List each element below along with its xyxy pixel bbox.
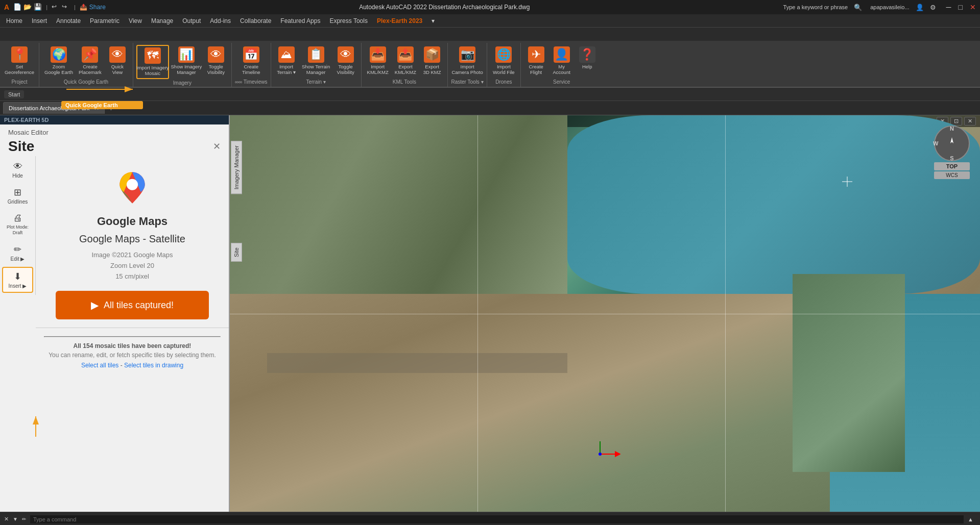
edit-tool-btn[interactable]: ✏ Edit ▶ [2, 241, 33, 265]
menu-bar: Home Insert Annotate Parametric View Man… [0, 14, 980, 28]
ribbon: 📍 SetGeoreference Project 🌍 ZoomGoogle E… [0, 28, 980, 88]
ribbon-group-project: 📍 SetGeoreference Project [0, 43, 39, 87]
search-icon[interactable]: 🔍 [854, 4, 862, 11]
menu-output[interactable]: Output [178, 16, 205, 26]
land-lower [230, 294, 830, 512]
select-in-drawing-link[interactable]: Select tiles in drawing [124, 362, 183, 369]
insert-tool-btn[interactable]: ⬇ Insert ▶ [2, 267, 33, 293]
command-pencil-icon[interactable]: ✏ [22, 516, 26, 522]
menu-insert[interactable]: Insert [28, 16, 51, 26]
imagery-manager-tab[interactable]: Imagery Manager [231, 141, 242, 194]
import-imagery-mosaic-btn[interactable]: 🗺 Import ImageryMosaic [136, 45, 169, 79]
select-all-link[interactable]: Select all tiles [81, 362, 118, 369]
menu-manage[interactable]: Manage [147, 16, 177, 26]
share-btn[interactable]: Share [89, 4, 106, 11]
raster-items: 📷 ImportCamera Photo [451, 43, 484, 78]
compass-top-btn[interactable]: TOP [934, 162, 970, 170]
hide-label: Hide [12, 173, 23, 179]
quick-view-label: QuickView [111, 64, 124, 76]
import-world-file-icon: 🌐 [495, 46, 512, 63]
create-timeline-btn[interactable]: 📅 CreateTimeline [239, 45, 264, 77]
insert-label: Insert ▶ [9, 283, 27, 289]
undo-btn[interactable]: ↩ [52, 3, 60, 11]
toggle-visibility-btn[interactable]: 👁 ToggleVisibility [204, 45, 228, 77]
pe5d-header: PLEX-EARTH 5D [0, 115, 229, 124]
command-input[interactable] [30, 515, 964, 523]
ribbon-group-kml: 📥 ImportKML/KMZ 📤 ExportKML/KMZ 📦 Export… [362, 43, 448, 87]
toggle-terrain-vis-btn[interactable]: 👁 ToggleVisibility [333, 45, 358, 77]
menu-express[interactable]: Express Tools [325, 16, 371, 26]
menu-extra[interactable]: ▾ [427, 16, 439, 26]
redo-btn[interactable]: ↪ [62, 3, 70, 11]
export-kml-btn[interactable]: 📤 ExportKML/KMZ [392, 45, 419, 77]
wcs-btn[interactable]: WCS [934, 171, 970, 179]
show-terrain-manager-btn[interactable]: 📋 Show TerrainManager [300, 45, 332, 77]
menu-plexearth[interactable]: Plex-Earth 2023 [373, 16, 426, 26]
import-world-file-btn[interactable]: 🌐 ImportWorld File [490, 45, 517, 77]
maps-subtitle: Google Maps - Satellite [79, 233, 185, 245]
start-label[interactable]: Start [4, 90, 24, 98]
toggle-terrain-vis-icon: 👁 [338, 46, 354, 63]
ribbon-group-quick-google-earth: 🌍 ZoomGoogle Earth 📌 CreatePlacemark 👁 Q… [39, 43, 133, 87]
command-arrow-icon[interactable]: ▼ [13, 516, 18, 522]
capture-btn[interactable]: ▶ All tiles captured! [56, 291, 209, 319]
create-flight-btn[interactable]: ✈ CreateFlight [524, 45, 548, 77]
svg-marker-6 [950, 143, 953, 149]
compass-s-label: S [950, 155, 953, 161]
compass: N S W TOP WCS [934, 126, 970, 197]
tab-close-btn[interactable]: ✕ [94, 105, 99, 112]
import-kml-btn[interactable]: 📥 ImportKML/KMZ [365, 45, 391, 77]
menu-annotate[interactable]: Annotate [52, 16, 85, 26]
site-tab[interactable]: Site [231, 243, 242, 262]
new-btn[interactable]: 📄 [13, 3, 21, 11]
zoom-ge-label: ZoomGoogle Earth [44, 64, 73, 76]
menu-view[interactable]: View [125, 16, 146, 26]
mosaic-close-btn[interactable]: ✕ [213, 141, 221, 152]
help-icon: ❓ [579, 46, 595, 63]
imagery-group-label: Imagery [173, 79, 192, 88]
set-georeference-btn[interactable]: 📍 SetGeoreference [3, 45, 36, 77]
compass-w-label: W [933, 140, 938, 146]
open-btn[interactable]: 📂 [23, 3, 32, 11]
app-title: Autodesk AutoCAD 2022 Dissertation Archa… [106, 4, 783, 11]
map-close-btn[interactable]: ✕ [964, 117, 976, 126]
my-account-btn[interactable]: 👤 MyAccount [549, 45, 574, 77]
add-tab-btn[interactable]: + [106, 103, 116, 114]
site-label: Site [233, 247, 240, 257]
hide-tool-btn[interactable]: 👁 Hide [2, 158, 33, 182]
ribbon-group-timeviews: 📅 CreateTimeline ∞∞ Timeviews [232, 43, 271, 87]
settings-icon[interactable]: ⚙ [930, 4, 936, 11]
main-tab[interactable]: Dissertation Archaeological Park* ✕ [3, 102, 105, 114]
link-separator: - [121, 362, 124, 369]
menu-parametric[interactable]: Parametric [86, 16, 124, 26]
import-camera-photo-btn[interactable]: 📷 ImportCamera Photo [451, 45, 484, 77]
import-terrain-btn[interactable]: ⛰ ImportTerrain ▾ [274, 45, 299, 77]
menu-home[interactable]: Home [2, 16, 27, 26]
show-terrain-manager-icon: 📋 [308, 46, 324, 63]
ribbon-content: 📍 SetGeoreference Project 🌍 ZoomGoogle E… [0, 41, 980, 87]
create-placemark-btn[interactable]: 📌 CreatePlacemark [76, 45, 104, 77]
menu-addins[interactable]: Add-ins [206, 16, 235, 26]
close-btn[interactable]: ✕ [970, 3, 976, 11]
left-toolbar: 👁 Hide ⊞ Gridlines 🖨 Plot Mode:Draft ✏ E… [0, 156, 36, 295]
menu-collaborate[interactable]: Collaborate [236, 16, 275, 26]
menu-featured[interactable]: Featured Apps [276, 16, 324, 26]
maximize-btn[interactable]: □ [959, 3, 963, 11]
user-label[interactable]: apapavasileio... [870, 4, 909, 10]
import-world-file-label: ImportWorld File [493, 64, 515, 76]
quick-view-btn[interactable]: 👁 QuickView [105, 45, 130, 77]
command-close-icon[interactable]: ✕ [4, 516, 9, 522]
export-3d-kmz-btn[interactable]: 📦 Export3D KMZ [420, 45, 444, 77]
help-btn[interactable]: ❓ Help [575, 45, 600, 71]
show-imagery-manager-btn[interactable]: 📊 Show ImageryManager [170, 45, 203, 77]
plot-mode-tool-btn[interactable]: 🖨 Plot Mode:Draft [2, 210, 33, 239]
quick-ge-items: 🌍 ZoomGoogle Earth 📌 CreatePlacemark 👁 Q… [42, 43, 130, 78]
compass-n-label: N [950, 126, 954, 132]
ribbon-group-drones: 🌐 ImportWorld File Drones [487, 43, 521, 87]
minimize-btn[interactable]: ─ [946, 3, 951, 11]
zoom-google-earth-btn[interactable]: 🌍 ZoomGoogle Earth [42, 45, 75, 77]
gridlines-tool-btn[interactable]: ⊞ Gridlines [2, 184, 33, 208]
maps-zoom: Zoom Level 20 [110, 262, 154, 269]
command-scroll-icon[interactable]: ▲ [968, 516, 976, 522]
save-btn[interactable]: 💾 [34, 3, 42, 11]
